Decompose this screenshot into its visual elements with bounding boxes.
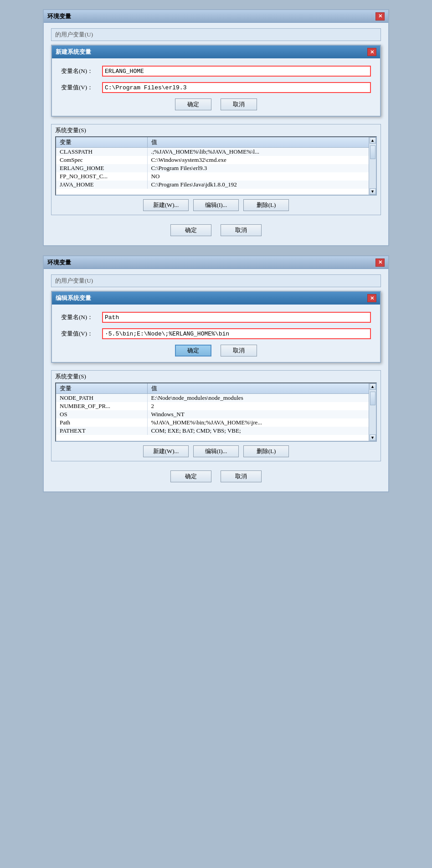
bottom-edit-btn[interactable]: 编辑(I)... bbox=[193, 445, 239, 457]
var-name-cell: ERLANG_HOME bbox=[56, 164, 147, 172]
top-scroll-up[interactable]: ▲ bbox=[370, 137, 376, 144]
var-val-cell: NO bbox=[147, 172, 376, 181]
top-dialog-ok-btn[interactable]: 确定 bbox=[175, 98, 211, 110]
bottom-dialog-ok-btn[interactable]: 确定 bbox=[175, 345, 211, 356]
top-var-value-row: 变量值(V)： bbox=[61, 82, 371, 93]
bottom-var-name-label: 变量名(N)： bbox=[61, 313, 102, 321]
bottom-scrollbar[interactable]: ▲ ▼ bbox=[369, 383, 376, 441]
bottom-edit-var-dialog: 编辑系统变量 ✕ 变量名(N)： 变量值(V)： 确定 取消 bbox=[51, 291, 381, 363]
bottom-user-vars-label: 的用户变量(U) bbox=[55, 277, 93, 285]
top-dialog-titlebar: 新建系统变量 ✕ bbox=[52, 46, 380, 58]
table-row[interactable]: Path%JAVA_HOME%\bin;%JAVA_HOME%\jre... bbox=[56, 418, 376, 427]
var-val-cell: COM; EXE; BAT; CMD; VBS; VBE; bbox=[147, 427, 376, 435]
top-sys-vars-header: 系统变量(S) bbox=[51, 124, 381, 136]
top-vars-table: 变量 值 CLASSPATH.;%JAVA_HOME%\lib;%JAVA_HO… bbox=[56, 137, 376, 189]
table-row[interactable]: CLASSPATH.;%JAVA_HOME%\lib;%JAVA_HOME%\l… bbox=[56, 148, 376, 156]
top-cancel-btn[interactable]: 取消 bbox=[221, 224, 262, 236]
var-name-cell: Path bbox=[56, 418, 147, 427]
var-val-cell: %JAVA_HOME%\bin;%JAVA_HOME%\jre... bbox=[147, 418, 376, 427]
bottom-scroll-down[interactable]: ▼ bbox=[370, 434, 376, 441]
bottom-var-value-label: 变量值(V)： bbox=[61, 330, 102, 338]
bottom-dialog-cancel-btn[interactable]: 取消 bbox=[221, 345, 257, 356]
top-ok-btn[interactable]: 确定 bbox=[170, 224, 211, 236]
table-row[interactable]: NUMBER_OF_PR...2 bbox=[56, 402, 376, 410]
bottom-col-val: 值 bbox=[147, 383, 376, 394]
bottom-var-value-input[interactable] bbox=[102, 328, 371, 339]
var-name-cell: ComSpec bbox=[56, 156, 147, 164]
top-del-btn[interactable]: 删除(L) bbox=[243, 199, 289, 211]
bottom-ok-btn[interactable]: 确定 bbox=[170, 470, 211, 482]
var-name-cell: NODE_PATH bbox=[56, 394, 147, 403]
var-name-cell: NUMBER_OF_PR... bbox=[56, 402, 147, 410]
top-env-window: 环境变量 ✕ 的用户变量(U) 新建系统变量 ✕ 变量名(N)： bbox=[43, 9, 389, 246]
top-scrollbar[interactable]: ▲ ▼ bbox=[369, 137, 376, 195]
bottom-window-title: 环境变量 bbox=[47, 258, 71, 267]
top-dialog-title: 新建系统变量 bbox=[56, 48, 91, 56]
bottom-scroll-up[interactable]: ▲ bbox=[370, 383, 376, 390]
table-row[interactable]: ComSpecC:\Windows\system32\cmd.exe bbox=[56, 156, 376, 164]
var-val-cell: C:\Program Files\Java\jdk1.8.0_192 bbox=[147, 181, 376, 189]
top-var-name-label: 变量名(N)： bbox=[61, 67, 102, 75]
var-name-cell: CLASSPATH bbox=[56, 148, 147, 156]
top-window-titlebar: 环境变量 ✕ bbox=[44, 10, 388, 23]
top-user-vars-label: 的用户变量(U) bbox=[55, 31, 93, 39]
table-row[interactable]: FP_NO_HOST_C...NO bbox=[56, 172, 376, 181]
top-var-value-input[interactable] bbox=[102, 82, 371, 93]
top-dialog-cancel-btn[interactable]: 取消 bbox=[221, 98, 257, 110]
var-name-cell: OS bbox=[56, 410, 147, 418]
top-user-vars-bar: 的用户变量(U) bbox=[51, 28, 381, 41]
bottom-var-value-row: 变量值(V)： bbox=[61, 328, 371, 339]
top-col-var: 变量 bbox=[56, 137, 147, 148]
var-val-cell: E:\Node\node_modules\node_modules bbox=[147, 394, 376, 403]
bottom-dialog-title: 编辑系统变量 bbox=[56, 294, 91, 302]
top-scroll-down[interactable]: ▼ bbox=[370, 188, 376, 195]
bottom-dialog-close-btn[interactable]: ✕ bbox=[367, 294, 376, 302]
bottom-table-btns: 新建(W)... 编辑(I)... 删除(L) bbox=[51, 445, 381, 461]
bottom-vars-table: 变量 值 NODE_PATHE:\Node\node_modules\node_… bbox=[56, 383, 376, 435]
bottom-window-titlebar: 环境变量 ✕ bbox=[44, 256, 388, 269]
top-table-btns: 新建(W)... 编辑(I)... 删除(L) bbox=[51, 199, 381, 215]
bottom-sys-vars-section: 系统变量(S) 变量 值 NODE_PATHE:\Node\node_modul… bbox=[51, 370, 381, 461]
var-name-cell: PATHEXT bbox=[56, 427, 147, 435]
bottom-dialog-titlebar: 编辑系统变量 ✕ bbox=[52, 292, 380, 305]
table-row[interactable]: ERLANG_HOMEC:\Program Files\erl9.3 bbox=[56, 164, 376, 172]
table-row[interactable]: NODE_PATHE:\Node\node_modules\node_modul… bbox=[56, 394, 376, 403]
top-edit-btn[interactable]: 编辑(I)... bbox=[193, 199, 239, 211]
top-scroll-thumb[interactable] bbox=[370, 145, 375, 159]
table-row[interactable]: JAVA_HOMEC:\Program Files\Java\jdk1.8.0_… bbox=[56, 181, 376, 189]
var-val-cell: 2 bbox=[147, 402, 376, 410]
top-new-var-dialog: 新建系统变量 ✕ 变量名(N)： 变量值(V)： 确定 取消 bbox=[51, 45, 381, 117]
top-vars-table-wrapper: 变量 值 CLASSPATH.;%JAVA_HOME%\lib;%JAVA_HO… bbox=[55, 136, 377, 196]
bottom-window-close-btn[interactable]: ✕ bbox=[375, 258, 385, 267]
top-var-name-input[interactable] bbox=[102, 66, 371, 77]
var-val-cell: Windows_NT bbox=[147, 410, 376, 418]
bottom-cancel-btn[interactable]: 取消 bbox=[221, 470, 262, 482]
top-var-name-row: 变量名(N)： bbox=[61, 66, 371, 77]
bottom-dialog-buttons: 确定 取消 bbox=[61, 345, 371, 356]
top-bottom-btns: 确定 取消 bbox=[51, 221, 381, 240]
bottom-bottom-btns: 确定 取消 bbox=[51, 467, 381, 486]
bottom-var-name-row: 变量名(N)： bbox=[61, 312, 371, 323]
var-val-cell: C:\Program Files\erl9.3 bbox=[147, 164, 376, 172]
var-name-cell: FP_NO_HOST_C... bbox=[56, 172, 147, 181]
table-row[interactable]: OSWindows_NT bbox=[56, 410, 376, 418]
top-new-btn[interactable]: 新建(W)... bbox=[143, 199, 189, 211]
bottom-user-vars-bar: 的用户变量(U) bbox=[51, 274, 381, 287]
bottom-scroll-thumb[interactable] bbox=[370, 392, 375, 405]
bottom-new-btn[interactable]: 新建(W)... bbox=[143, 445, 189, 457]
top-window-title: 环境变量 bbox=[47, 12, 71, 21]
bottom-var-name-input[interactable] bbox=[102, 312, 371, 323]
top-dialog-close-btn[interactable]: ✕ bbox=[367, 48, 376, 56]
bottom-sys-vars-header: 系统变量(S) bbox=[51, 371, 381, 382]
bottom-del-btn[interactable]: 删除(L) bbox=[243, 445, 289, 457]
bottom-env-window: 环境变量 ✕ 的用户变量(U) 编辑系统变量 ✕ 变量名(N)： bbox=[43, 255, 389, 492]
top-col-val: 值 bbox=[147, 137, 376, 148]
top-sys-vars-section: 系统变量(S) 变量 值 CLASSPATH.;%JAVA_HOME%\lib;… bbox=[51, 124, 381, 215]
top-dialog-buttons: 确定 取消 bbox=[61, 98, 371, 110]
top-window-close-btn[interactable]: ✕ bbox=[375, 12, 385, 21]
bottom-vars-table-wrapper: 变量 值 NODE_PATHE:\Node\node_modules\node_… bbox=[55, 382, 377, 442]
var-val-cell: C:\Windows\system32\cmd.exe bbox=[147, 156, 376, 164]
var-name-cell: JAVA_HOME bbox=[56, 181, 147, 189]
table-row[interactable]: PATHEXTCOM; EXE; BAT; CMD; VBS; VBE; bbox=[56, 427, 376, 435]
bottom-col-var: 变量 bbox=[56, 383, 147, 394]
